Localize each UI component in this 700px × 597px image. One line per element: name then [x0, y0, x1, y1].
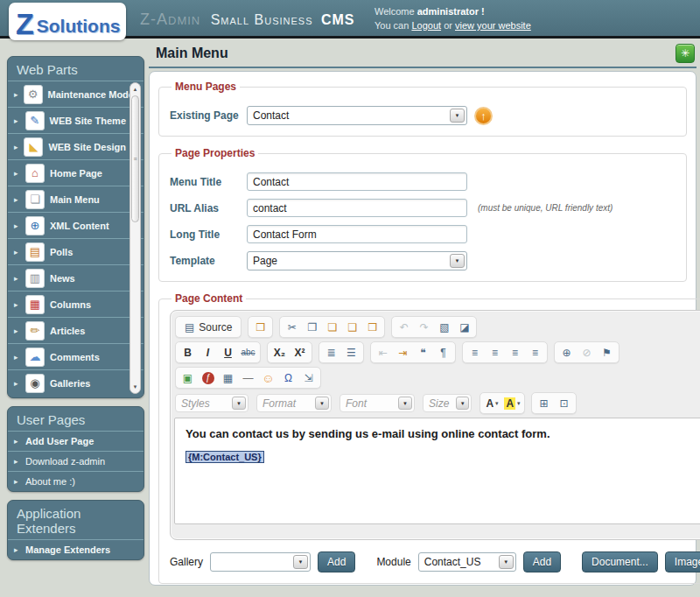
- z-solutions-logo[interactable]: Z Solutions: [9, 3, 126, 40]
- align-right-icon[interactable]: ≡: [505, 343, 525, 362]
- align-center-icon[interactable]: ≡: [485, 343, 505, 362]
- chevron-down-icon[interactable]: ▼: [450, 254, 465, 268]
- page-break-icon[interactable]: ⇲: [298, 369, 318, 387]
- sidebar-item-articles[interactable]: ▸ ✏ Articles: [8, 317, 144, 343]
- bold-icon[interactable]: B: [178, 343, 198, 362]
- module-add-button[interactable]: Add: [523, 551, 561, 572]
- app-name-cms: CMS: [321, 12, 355, 27]
- source-button[interactable]: ▤ Source: [178, 318, 239, 336]
- numbered-list-icon[interactable]: ≣: [321, 343, 341, 362]
- bg-color-icon[interactable]: A▾: [502, 394, 522, 412]
- sidebar-item-download-zadmin[interactable]: ▸ Download z-admin: [8, 451, 144, 471]
- sidebar-scrollbar[interactable]: ▲ ≡ ▼: [130, 82, 141, 394]
- scrollbar-thumb[interactable]: ≡: [131, 95, 139, 222]
- existing-page-select[interactable]: Contact ▼: [247, 106, 467, 125]
- move-page-up-button[interactable]: ↑: [474, 107, 493, 125]
- chevron-down-icon[interactable]: ▼: [398, 397, 412, 410]
- show-blocks-icon[interactable]: ⊡: [554, 394, 574, 412]
- templates-icon[interactable]: ❒: [250, 318, 270, 336]
- underline-icon[interactable]: U: [218, 343, 238, 362]
- font-dropdown[interactable]: Font ▼: [340, 394, 415, 412]
- indent-icon[interactable]: ⇥: [393, 343, 413, 362]
- logout-link[interactable]: Logout: [411, 20, 441, 31]
- superscript-icon[interactable]: X²: [290, 343, 310, 362]
- chevron-down-icon[interactable]: ▼: [456, 397, 469, 410]
- chevron-down-icon[interactable]: ▼: [499, 555, 514, 569]
- template-label: Template: [170, 255, 247, 267]
- paste-text-icon[interactable]: ❑: [342, 318, 362, 336]
- cut-icon[interactable]: ✂: [282, 318, 302, 336]
- blockquote-icon[interactable]: ❝: [413, 343, 433, 362]
- smiley-icon[interactable]: ☺: [258, 369, 278, 387]
- horizontal-rule-icon[interactable]: —: [238, 369, 258, 387]
- paste-icon[interactable]: ❏: [322, 318, 342, 336]
- anchor-icon[interactable]: ⚑: [597, 343, 617, 362]
- link-icon[interactable]: ⊕: [556, 343, 577, 362]
- undo-icon[interactable]: ↶: [394, 318, 414, 336]
- image-button[interactable]: Image...: [665, 551, 700, 572]
- align-justify-icon[interactable]: ≡: [525, 343, 545, 362]
- document-button[interactable]: Document...: [582, 551, 658, 572]
- redo-icon[interactable]: ↷: [414, 318, 434, 336]
- bulleted-list-icon[interactable]: ☰: [341, 343, 361, 362]
- maintenance-mode-icon: ⚙: [24, 85, 43, 104]
- align-left-icon[interactable]: ≡: [465, 343, 485, 362]
- sidebar-item-galleries[interactable]: ▸ ◉ Galleries: [8, 369, 144, 396]
- sidebar-item-manage-extenders[interactable]: ▸ Manage Extenders: [8, 539, 144, 559]
- image-icon[interactable]: ▣: [178, 369, 198, 387]
- italic-icon[interactable]: I: [198, 343, 218, 362]
- paste-word-icon[interactable]: ❒: [362, 318, 382, 336]
- chevron-right-icon: ▸: [14, 116, 20, 125]
- gallery-select[interactable]: ▼: [210, 552, 311, 572]
- view-website-link[interactable]: view your website: [455, 20, 531, 31]
- table-icon[interactable]: ▦: [218, 369, 238, 387]
- flash-icon[interactable]: ƒ: [198, 369, 218, 387]
- sidebar-item-about-me[interactable]: ▸ About me :): [8, 471, 144, 491]
- scroll-up-icon[interactable]: ▲: [130, 84, 140, 95]
- size-dropdown[interactable]: Size ▼: [423, 394, 472, 412]
- subscript-icon[interactable]: X₂: [270, 343, 290, 362]
- sidebar-item-web-site-theme[interactable]: ▸ ✎ WEB Site Theme: [8, 107, 144, 133]
- sidebar-item-main-menu[interactable]: ▸ ❏ Main Menu: [8, 186, 144, 212]
- sidebar-item-add-user-page[interactable]: ▸ Add User Page: [8, 431, 144, 451]
- refresh-icon[interactable]: ✳: [676, 44, 695, 63]
- sidebar-item-comments[interactable]: ▸ ☁ Comments: [8, 343, 144, 369]
- long-title-field[interactable]: [247, 225, 467, 243]
- sidebar-item-xml-content[interactable]: ▸ ⊕ XML Content: [8, 212, 144, 238]
- url-alias-field[interactable]: [247, 199, 467, 217]
- sidebar-item-web-site-design[interactable]: ▸ ◣ WEB Site Design: [8, 133, 144, 159]
- sidebar-item-maintenance-mode[interactable]: ▸ ⚙ Maintenance Mode: [8, 81, 144, 107]
- strikethrough-icon[interactable]: abc: [238, 343, 258, 362]
- chevron-right-icon: ▸: [14, 274, 20, 283]
- chevron-down-icon[interactable]: ▼: [315, 397, 329, 410]
- text-color-icon[interactable]: A▾: [482, 394, 502, 412]
- xml-content-icon: ⊕: [25, 216, 45, 235]
- chevron-down-icon[interactable]: ▼: [293, 555, 308, 569]
- styles-dropdown[interactable]: Styles ▼: [175, 394, 248, 412]
- editor-content-area[interactable]: You can contact us by sending us e-mail …: [174, 418, 700, 524]
- gallery-add-button[interactable]: Add: [318, 551, 355, 572]
- sidebar-item-home-page[interactable]: ▸ ⌂ Home Page: [8, 159, 144, 186]
- module-select[interactable]: Contact_US ▼: [418, 552, 516, 572]
- chevron-down-icon[interactable]: ▼: [232, 397, 246, 410]
- create-div-icon[interactable]: ¶: [433, 343, 453, 362]
- format-dropdown[interactable]: Format ▼: [256, 394, 332, 412]
- chevron-down-icon[interactable]: ▼: [450, 109, 465, 123]
- sidebar-item-news[interactable]: ▸ ▥ News: [8, 264, 144, 291]
- sidebar-item-columns[interactable]: ▸ ▦ Columns: [8, 291, 144, 317]
- application-extenders-title: Application Extenders: [8, 501, 144, 539]
- maximize-icon[interactable]: ⊞: [534, 394, 554, 412]
- module-token[interactable]: {M:Contact_US}: [186, 451, 264, 463]
- template-select[interactable]: Page ▼: [247, 251, 467, 270]
- special-char-icon[interactable]: Ω: [278, 369, 298, 387]
- menu-title-field[interactable]: [247, 172, 467, 191]
- select-all-icon[interactable]: ▧: [434, 318, 454, 336]
- main-menu-icon: ❏: [25, 190, 45, 209]
- remove-format-icon[interactable]: ◪: [454, 318, 474, 336]
- news-icon: ▥: [25, 269, 45, 288]
- copy-icon[interactable]: ❐: [302, 318, 322, 336]
- unlink-icon[interactable]: ⊘: [577, 343, 597, 362]
- sidebar-item-polls[interactable]: ▸ ▤ Polls: [8, 238, 144, 264]
- outdent-icon[interactable]: ⇤: [373, 343, 393, 362]
- scroll-down-icon[interactable]: ▼: [130, 382, 140, 392]
